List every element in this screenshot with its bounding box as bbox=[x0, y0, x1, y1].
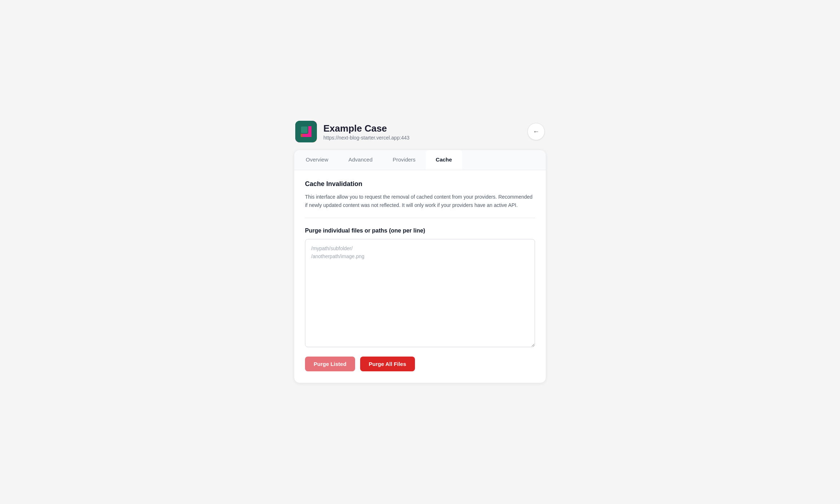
main-card: Overview Advanced Providers Cache Cache … bbox=[294, 150, 546, 383]
svg-rect-5 bbox=[301, 127, 308, 133]
tab-providers[interactable]: Providers bbox=[383, 150, 425, 170]
app-header-left: Example Case https://next-blog-starter.v… bbox=[295, 121, 410, 142]
tab-cache[interactable]: Cache bbox=[426, 150, 462, 170]
tabs-bar: Overview Advanced Providers Cache bbox=[294, 150, 546, 170]
tab-advanced[interactable]: Advanced bbox=[339, 150, 383, 170]
buttons-row: Purge Listed Purge All Files bbox=[305, 357, 535, 371]
purge-textarea[interactable] bbox=[305, 239, 535, 347]
purge-all-button[interactable]: Purge All Files bbox=[360, 357, 415, 371]
cache-section-description: This interface allow you to request the … bbox=[305, 193, 535, 209]
page-container: Example Case https://next-blog-starter.v… bbox=[294, 121, 546, 383]
cache-section-title: Cache Invalidation bbox=[305, 180, 535, 188]
app-icon bbox=[295, 121, 317, 142]
app-title-group: Example Case https://next-blog-starter.v… bbox=[323, 123, 410, 141]
app-title: Example Case bbox=[323, 123, 410, 134]
purge-label: Purge individual files or paths (one per… bbox=[305, 227, 535, 234]
app-header: Example Case https://next-blog-starter.v… bbox=[294, 121, 546, 142]
tab-overview[interactable]: Overview bbox=[296, 150, 339, 170]
purge-listed-button[interactable]: Purge Listed bbox=[305, 357, 355, 371]
app-url: https://next-blog-starter.vercel.app:443 bbox=[323, 135, 410, 141]
card-body: Cache Invalidation This interface allow … bbox=[294, 170, 546, 383]
divider bbox=[305, 218, 535, 218]
back-button[interactable]: ← bbox=[527, 123, 545, 140]
